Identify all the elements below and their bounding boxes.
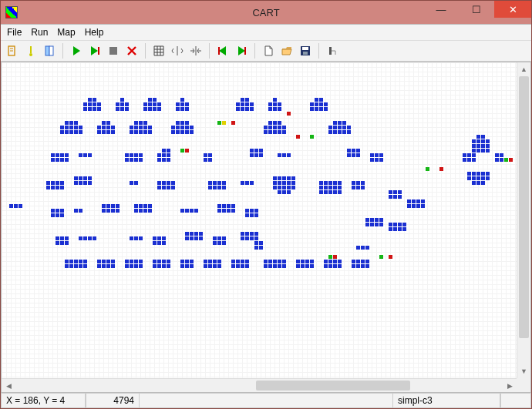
cell bbox=[393, 223, 397, 226]
cell bbox=[60, 186, 64, 189]
stop-button[interactable] bbox=[105, 42, 122, 59]
cell bbox=[217, 186, 221, 189]
cell bbox=[481, 172, 485, 176]
cell bbox=[305, 260, 309, 263]
cell bbox=[60, 209, 64, 213]
cell bbox=[148, 102, 152, 106]
cell bbox=[398, 195, 402, 199]
cell bbox=[102, 209, 106, 213]
cell bbox=[162, 241, 166, 245]
maximize-button[interactable]: ☐ bbox=[459, 1, 494, 18]
cell bbox=[278, 181, 281, 185]
scroll-up-icon[interactable]: ▲ bbox=[517, 62, 530, 76]
cell bbox=[74, 264, 78, 268]
cell bbox=[134, 209, 138, 213]
step-forward-button[interactable] bbox=[233, 42, 250, 59]
scroll-right-icon[interactable]: ▶ bbox=[503, 379, 517, 392]
cell bbox=[333, 126, 337, 129]
cell bbox=[222, 121, 226, 125]
cell bbox=[245, 107, 249, 111]
horizontal-scrollbar[interactable]: ◀ ▶ bbox=[2, 378, 517, 392]
cell bbox=[79, 264, 82, 268]
cell bbox=[69, 121, 73, 125]
cell bbox=[305, 264, 309, 268]
cell bbox=[157, 186, 161, 189]
cell bbox=[486, 144, 490, 148]
cell bbox=[83, 181, 87, 185]
scroll-down-icon[interactable]: ▼ bbox=[517, 364, 530, 378]
cell bbox=[139, 260, 143, 263]
scroll-left-icon[interactable]: ◀ bbox=[2, 379, 15, 392]
step-back-button[interactable] bbox=[214, 42, 231, 59]
cell bbox=[185, 149, 189, 153]
cell bbox=[476, 172, 480, 176]
properties-button[interactable] bbox=[324, 42, 341, 59]
menu-help[interactable]: Help bbox=[85, 27, 104, 38]
close-button[interactable]: ✕ bbox=[494, 1, 531, 18]
cell bbox=[65, 153, 69, 157]
open-file-button[interactable] bbox=[278, 42, 295, 59]
cell bbox=[361, 186, 365, 189]
run-button[interactable] bbox=[68, 42, 85, 59]
cell bbox=[74, 130, 78, 134]
tool-a-button[interactable] bbox=[4, 42, 21, 59]
menu-run[interactable]: Run bbox=[31, 27, 48, 38]
cell bbox=[338, 121, 342, 125]
cell bbox=[439, 167, 443, 171]
cell bbox=[310, 102, 314, 106]
cell bbox=[472, 172, 476, 176]
cell bbox=[245, 98, 249, 102]
cell bbox=[241, 232, 244, 236]
status-coords: X = 186, Y = 4 bbox=[1, 394, 86, 408]
cell bbox=[333, 190, 337, 194]
hscroll-thumb[interactable] bbox=[256, 381, 410, 391]
run-fast-button[interactable] bbox=[86, 42, 103, 59]
cell bbox=[356, 264, 360, 268]
cell bbox=[9, 204, 13, 208]
titlebar[interactable]: CART — ☐ ✕ bbox=[1, 1, 531, 24]
map-viewport[interactable]: ▲ ▼ ◀ ▶ bbox=[2, 62, 530, 392]
snap-out-button[interactable] bbox=[169, 42, 186, 59]
cell bbox=[398, 190, 402, 194]
cell bbox=[402, 227, 406, 231]
cell bbox=[250, 149, 254, 153]
cell bbox=[250, 213, 254, 217]
cell bbox=[208, 153, 212, 157]
cell bbox=[130, 153, 133, 157]
grid-button[interactable] bbox=[150, 42, 167, 59]
cell bbox=[134, 260, 138, 263]
minimize-button[interactable]: — bbox=[423, 1, 459, 18]
cell bbox=[56, 241, 59, 245]
cell bbox=[315, 102, 318, 106]
clear-button[interactable] bbox=[123, 42, 140, 59]
new-file-button[interactable] bbox=[260, 42, 277, 59]
cell bbox=[106, 130, 110, 134]
save-file-button[interactable] bbox=[297, 42, 314, 59]
snap-in-button[interactable] bbox=[187, 42, 204, 59]
cell bbox=[153, 241, 157, 245]
cell bbox=[125, 264, 129, 268]
cell bbox=[97, 126, 101, 129]
vertical-scrollbar[interactable]: ▲ ▼ bbox=[517, 62, 530, 378]
cell bbox=[134, 121, 138, 125]
menu-map[interactable]: Map bbox=[57, 27, 75, 38]
cell bbox=[180, 121, 184, 125]
cell bbox=[421, 199, 425, 203]
menu-file[interactable]: File bbox=[7, 27, 22, 38]
cell bbox=[245, 181, 249, 185]
cell bbox=[111, 264, 115, 268]
cell bbox=[60, 213, 64, 217]
cell bbox=[259, 149, 263, 153]
tool-c-button[interactable] bbox=[41, 42, 58, 59]
cell bbox=[213, 241, 217, 245]
cell bbox=[500, 158, 503, 162]
vscroll-thumb[interactable] bbox=[519, 76, 529, 338]
cell bbox=[301, 264, 305, 268]
cell bbox=[157, 181, 161, 185]
cell bbox=[467, 172, 471, 176]
cell bbox=[278, 176, 281, 180]
cell bbox=[157, 158, 161, 162]
tool-b-button[interactable] bbox=[22, 42, 39, 59]
cell bbox=[352, 181, 355, 185]
cell bbox=[139, 126, 143, 129]
